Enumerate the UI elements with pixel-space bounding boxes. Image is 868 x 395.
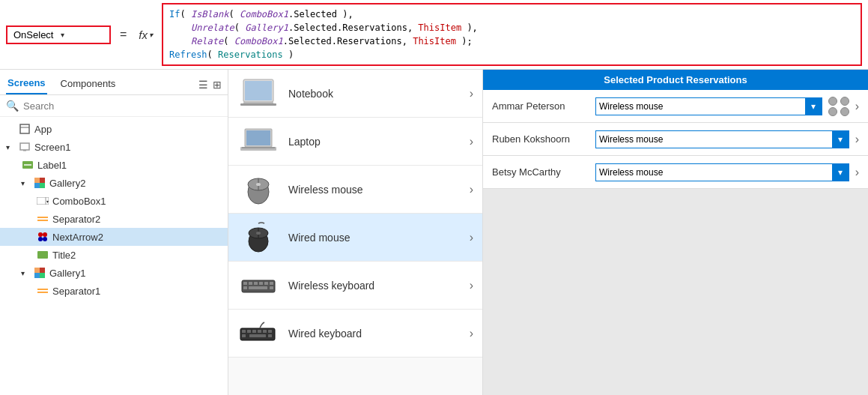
svg-rect-48 [270, 282, 273, 285]
gallery-item-wired-keyboard[interactable]: Wired keyboard › [228, 310, 482, 358]
top-bar: OnSelect ▾ = fx ▾ If( IsBlank( ComboBox1… [0, 0, 868, 70]
fx-label: fx [139, 28, 148, 41]
formula-combobox1b: ComboBox1 [234, 36, 283, 46]
title-icon [36, 248, 49, 262]
formula-thisitem1: ThisItem [418, 22, 461, 33]
formula-editor[interactable]: If( IsBlank( ComboBox1.Selected ), Unrel… [162, 3, 862, 66]
reservation-select-wrapper: Wireless mouse Wired mouse Notebook Lapt… [595, 97, 822, 115]
chevron-down-icon: ▾ [21, 269, 30, 277]
equals-sign: = [117, 28, 130, 41]
separator-icon [36, 284, 49, 298]
chevron-right-icon: › [470, 87, 473, 100]
svg-rect-54 [242, 330, 246, 333]
tree-item-label: Title2 [52, 250, 76, 261]
panel-tabs: Screens Components ☰ ⊞ [0, 70, 228, 95]
svg-rect-22 [34, 273, 40, 278]
wired-keyboard-image [237, 317, 279, 350]
reservation-select[interactable]: Wireless mouse Wired mouse Notebook Lapt… [596, 165, 832, 180]
gallery-item-name: Laptop [288, 136, 461, 148]
tab-components[interactable]: Components [59, 75, 118, 94]
search-input[interactable] [23, 100, 222, 112]
circles-container [828, 97, 849, 116]
svg-rect-6 [34, 178, 40, 183]
gallery-item-notebook[interactable]: Notebook › [228, 70, 482, 118]
svg-rect-57 [258, 330, 261, 333]
reservations-header: Selected Product Reservations [483, 70, 868, 90]
chevron-down-icon: ▾ [61, 31, 103, 39]
formula-gallery1: Gallery1 [245, 22, 288, 33]
svg-rect-49 [243, 286, 247, 289]
formula-combobox1: ComboBox1 [240, 9, 288, 19]
svg-rect-45 [254, 282, 258, 285]
chevron-right-icon: › [470, 231, 473, 244]
reservation-select[interactable]: Wireless mouse Wired mouse Notebook Lapt… [596, 99, 805, 114]
reservation-row: Ammar Peterson Wireless mouse Wired mous… [483, 90, 868, 123]
list-view-icon[interactable]: ☰ [198, 79, 208, 91]
wireless-mouse-image [237, 173, 279, 206]
svg-rect-33 [242, 147, 275, 148]
reservation-select[interactable]: Wireless mouse Wired mouse Notebook Lapt… [596, 132, 832, 147]
fx-button[interactable]: fx ▾ [136, 28, 156, 41]
tree-item-label: ComboBox1 [52, 196, 106, 207]
svg-rect-56 [252, 330, 256, 333]
svg-rect-43 [243, 282, 247, 285]
svg-rect-9 [40, 183, 45, 188]
circle-indicator [840, 97, 849, 106]
formula-refresh: Refresh [169, 49, 207, 60]
chevron-right-icon[interactable]: › [855, 166, 859, 179]
gallery-item-name: Wireless keyboard [288, 280, 461, 292]
svg-rect-46 [259, 282, 263, 285]
tree-item-title2[interactable]: Title2 [0, 246, 228, 264]
tree-item-screen1[interactable]: ▾ Screen1 [0, 138, 228, 156]
formula-dropdown[interactable]: OnSelect ▾ [6, 25, 111, 44]
tree-item-app[interactable]: App [0, 120, 228, 138]
chevron-right-icon: › [470, 183, 473, 196]
svg-rect-55 [247, 330, 251, 333]
svg-rect-59 [268, 330, 272, 333]
reservation-person-name: Betsy McCarthy [492, 166, 589, 178]
reservations-panel: Selected Product Reservations Ammar Pete… [483, 70, 868, 395]
tree-item-nextarrow2[interactable]: NextArrow2 [0, 228, 228, 246]
tree-item-label: Separator1 [52, 286, 100, 297]
svg-rect-19 [37, 251, 48, 259]
app-icon [18, 122, 31, 136]
circle-indicator [828, 97, 837, 106]
svg-rect-29 [240, 103, 276, 106]
formula-relate: Relate [191, 36, 223, 46]
tab-screens[interactable]: Screens [6, 74, 47, 94]
tree-item-label: App [34, 124, 52, 135]
search-bar: 🔍 [0, 95, 228, 117]
grid-view-icon[interactable]: ⊞ [213, 79, 222, 91]
tree-item-label: NextArrow2 [52, 232, 103, 243]
svg-rect-52 [270, 286, 273, 289]
gallery-item-wireless-keyboard[interactable]: Wireless keyboard › [228, 262, 482, 310]
reservation-person-name: Ruben Kokshoorn [492, 133, 589, 145]
tree-item-label1[interactable]: Label1 [0, 156, 228, 174]
svg-rect-47 [264, 282, 268, 285]
reservation-select-btn[interactable]: ▾ [832, 131, 849, 148]
gallery-item-wireless-mouse[interactable]: Wireless mouse › [228, 166, 482, 214]
tree-item-label: Gallery1 [49, 268, 85, 279]
label-icon [21, 158, 34, 172]
reservation-select-btn[interactable]: ▾ [805, 98, 822, 115]
chevron-down-icon: ▾ [149, 31, 153, 39]
gallery-item-wired-mouse[interactable]: Wired mouse › [228, 214, 482, 262]
reservation-select-btn[interactable]: ▾ [832, 164, 849, 181]
gallery-item-name: Wireless mouse [288, 184, 461, 196]
svg-rect-51 [251, 286, 267, 289]
formula-isblank: IsBlank [191, 9, 229, 19]
svg-point-15 [38, 232, 43, 237]
svg-point-18 [43, 237, 47, 241]
wired-mouse-image [237, 221, 279, 254]
tree-item-gallery1[interactable]: ▾ Gallery1 [0, 264, 228, 282]
chevron-right-icon[interactable]: › [855, 133, 859, 146]
tree-item-combobox1[interactable]: ▾ ComboBox1 [0, 192, 228, 210]
tree-item-separator2[interactable]: Separator2 [0, 210, 228, 228]
svg-rect-8 [34, 183, 40, 188]
tree-item-separator1[interactable]: Separator1 [0, 282, 228, 300]
tree-item-gallery2[interactable]: ▾ Gallery2 [0, 174, 228, 192]
formula-thisitem2: ThisItem [413, 36, 456, 46]
chevron-right-icon[interactable]: › [855, 100, 859, 113]
gallery-item-laptop[interactable]: Laptop › [228, 118, 482, 166]
svg-point-17 [38, 237, 43, 241]
